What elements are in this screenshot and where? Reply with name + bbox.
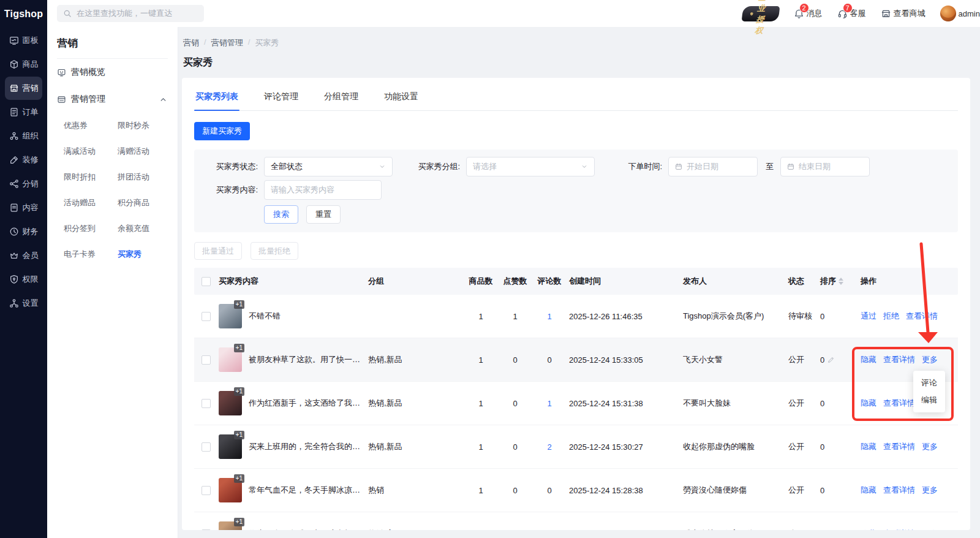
row-sort-value: 0 xyxy=(820,486,824,495)
row-comments-count[interactable]: 1 xyxy=(535,399,569,408)
pink-bottles-thumbnail[interactable]: +1 xyxy=(219,347,242,372)
sidebar-item-label: 内容 xyxy=(23,202,39,213)
kitchen-machine-thumbnail[interactable]: +1 xyxy=(219,521,242,530)
submenu-item-marketing-management[interactable]: 营销管理 xyxy=(47,86,178,113)
sidebar-item-member[interactable]: 会员 xyxy=(5,244,42,267)
submenu-subitem[interactable]: 电子卡券 xyxy=(64,241,118,267)
search-button[interactable]: 搜索 xyxy=(264,205,298,224)
customer-service-button[interactable]: 7 客服 xyxy=(837,8,866,19)
col-header-comments: 评论数 xyxy=(535,276,569,287)
distribution-icon xyxy=(9,179,19,189)
edit-sort-icon[interactable] xyxy=(827,356,835,363)
row-publisher: 爱上你就不会离开你 xyxy=(683,528,788,530)
messages-button[interactable]: 2 消息 xyxy=(794,8,823,19)
start-date-input[interactable]: 开始日期 xyxy=(668,157,758,176)
row-sort-value: 0 xyxy=(820,529,824,531)
row-checkbox[interactable] xyxy=(202,486,211,495)
sidebar-item-distribution[interactable]: 分销 xyxy=(5,172,42,195)
wine-bottles-thumbnail[interactable]: +1 xyxy=(219,391,242,415)
row-action-link[interactable]: 查看详情 xyxy=(883,398,915,409)
row-action-link[interactable]: 更多 xyxy=(922,354,938,365)
sidebar-item-org[interactable]: 组织 xyxy=(5,124,42,148)
submenu-subitem[interactable]: 余额充值 xyxy=(118,216,172,241)
row-action-link[interactable]: 查看详情 xyxy=(883,485,915,496)
black-bag-thumbnail[interactable]: +1 xyxy=(219,434,242,459)
popup-item-comment[interactable]: 评论 xyxy=(913,374,945,392)
row-checkbox[interactable] xyxy=(202,355,211,365)
group-select[interactable]: 请选择 xyxy=(466,157,595,176)
sidebar-item-dashboard[interactable]: 面板 xyxy=(5,29,42,52)
row-action-link[interactable]: 更多 xyxy=(922,485,938,496)
red-gift-box-thumbnail[interactable]: +1 xyxy=(219,478,242,502)
row-action-link[interactable]: 更多 xyxy=(922,528,938,530)
row-action-link[interactable]: 查看详情 xyxy=(906,311,938,322)
batch-approve-button[interactable]: 批量通过 xyxy=(194,242,242,260)
row-action-link[interactable]: 隐藏 xyxy=(861,398,876,409)
row-status: 公开 xyxy=(788,441,820,452)
sidebar-item-settings[interactable]: 设置 xyxy=(5,292,42,315)
row-action-link[interactable]: 更多 xyxy=(922,441,938,452)
submenu-subitem[interactable]: 积分商品 xyxy=(118,190,172,216)
row-status: 公开 xyxy=(788,354,820,365)
sidebar-item-finance[interactable]: 财务 xyxy=(5,220,42,243)
submenu-subitem[interactable]: 买家秀 xyxy=(118,241,172,267)
row-action-link[interactable]: 隐藏 xyxy=(861,528,876,530)
submenu-subitem[interactable]: 满赠活动 xyxy=(118,138,172,164)
submenu-subitem[interactable]: 拼团活动 xyxy=(118,164,172,190)
sidebar-item-permission[interactable]: 权限 xyxy=(5,268,42,291)
row-checkbox[interactable] xyxy=(202,442,211,452)
sidebar-item-content[interactable]: 内容 xyxy=(5,196,42,219)
row-checkbox[interactable] xyxy=(202,529,211,531)
row-created-time: 2025-12-24 15:30:27 xyxy=(569,442,683,452)
user-menu[interactable]: admin xyxy=(940,6,980,21)
submenu-item-marketing-overview[interactable]: 营销概览 xyxy=(47,59,178,86)
sidebar-item-goods[interactable]: 商品 xyxy=(5,53,42,76)
status-select[interactable]: 全部状态 xyxy=(264,157,393,176)
row-comments-count[interactable]: 2 xyxy=(535,442,569,452)
row-action-link[interactable]: 查看详情 xyxy=(883,441,915,452)
row-action-link[interactable]: 通过 xyxy=(861,311,876,322)
submenu-subitem[interactable]: 限时秒杀 xyxy=(118,113,172,138)
date-range-to-label: 至 xyxy=(766,161,774,172)
more-actions-popup: 评论 编辑 xyxy=(913,371,945,412)
end-date-input[interactable]: 结束日期 xyxy=(780,157,870,176)
sort-toggle-icon[interactable] xyxy=(839,278,843,285)
content-filter-input[interactable]: 请输入买家秀内容 xyxy=(264,180,382,200)
view-store-button[interactable]: 查看商城 xyxy=(881,8,925,19)
col-header-created: 创建时间 xyxy=(569,276,683,287)
row-action-link[interactable]: 隐藏 xyxy=(861,354,876,365)
reset-button[interactable]: 重置 xyxy=(306,205,341,224)
global-search-input[interactable]: 在这里查找功能，一键直达 xyxy=(57,5,204,22)
select-all-checkbox[interactable] xyxy=(202,277,211,286)
row-action-link[interactable]: 查看详情 xyxy=(883,528,915,530)
breadcrumb-item[interactable]: 营销 xyxy=(183,37,199,48)
batch-reject-button[interactable]: 批量拒绝 xyxy=(251,242,298,260)
tab-2[interactable]: 分组管理 xyxy=(323,86,360,110)
row-action-link[interactable]: 查看详情 xyxy=(883,354,915,365)
row-actions: 隐藏查看详情更多 xyxy=(861,485,938,496)
submenu-subitem[interactable]: 优惠券 xyxy=(64,113,118,138)
row-action-link[interactable]: 拒绝 xyxy=(883,311,899,322)
row-comments-count[interactable]: 1 xyxy=(535,312,569,321)
sidebar-item-decorate[interactable]: 装修 xyxy=(5,148,42,172)
popup-item-edit[interactable]: 编辑 xyxy=(913,392,945,409)
sidebar-item-order[interactable]: 订单 xyxy=(5,100,42,124)
breadcrumb-item[interactable]: 营销管理 xyxy=(211,37,243,48)
col-header-likes: 点赞数 xyxy=(500,276,535,287)
row-action-link[interactable]: 隐藏 xyxy=(861,485,876,496)
row-action-link[interactable]: 隐藏 xyxy=(861,441,876,452)
submenu-subitem[interactable]: 满减活动 xyxy=(64,138,118,164)
tab-3[interactable]: 功能设置 xyxy=(383,86,420,110)
create-buyer-show-button[interactable]: 新建买家秀 xyxy=(194,122,250,140)
submenu-subitem[interactable]: 积分签到 xyxy=(64,216,118,241)
row-likes-count: 0 xyxy=(500,399,535,408)
submenu-subitem[interactable]: 活动赠品 xyxy=(64,190,118,216)
sidebar-item-marketing[interactable]: 营销 xyxy=(5,77,42,100)
tab-1[interactable]: 评论管理 xyxy=(263,86,300,110)
street-photo-thumbnail[interactable]: +1 xyxy=(219,304,242,328)
row-goods-count: 1 xyxy=(466,486,500,495)
row-checkbox[interactable] xyxy=(202,312,211,321)
submenu-subitem[interactable]: 限时折扣 xyxy=(64,164,118,190)
row-checkbox[interactable] xyxy=(202,399,211,408)
tab-0[interactable]: 买家秀列表 xyxy=(194,86,239,110)
